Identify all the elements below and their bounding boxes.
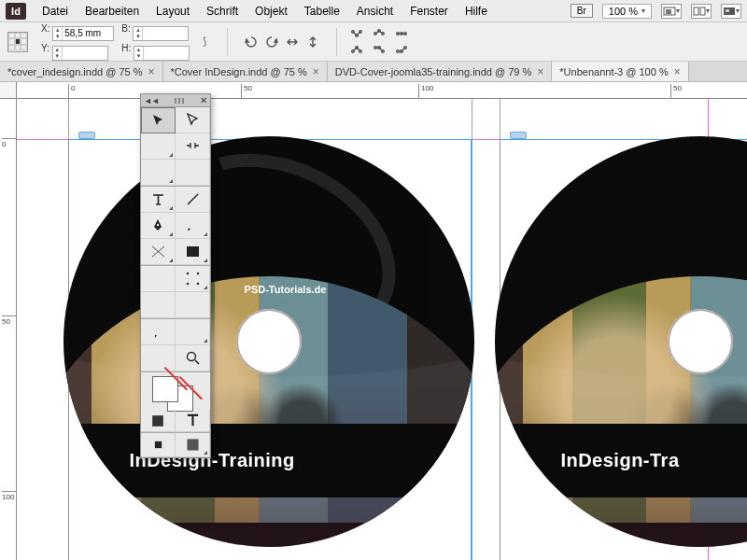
menu-ansicht[interactable]: Ansicht xyxy=(348,5,402,18)
hand-tool[interactable] xyxy=(141,345,176,371)
workspace-button[interactable]: ▾ xyxy=(721,4,741,19)
y-label: Y: xyxy=(41,43,49,53)
x-label: X: xyxy=(41,23,49,34)
transform-icons xyxy=(241,33,323,51)
pen-tool[interactable] xyxy=(141,213,176,239)
disc-hole xyxy=(668,309,733,374)
fill-swatch[interactable] xyxy=(152,376,178,402)
doc-tab-2[interactable]: *Cover InDesign.indd @ 75 %× xyxy=(163,62,328,81)
menu-objekt[interactable]: Objekt xyxy=(247,5,296,18)
svg-point-33 xyxy=(186,273,189,275)
doc-tab-3[interactable]: DVD-Cover-joomla35-training.indd @ 79 %× xyxy=(328,62,553,81)
page-tool[interactable] xyxy=(141,133,176,160)
align-icon-4[interactable] xyxy=(350,43,367,56)
view-mode-normal[interactable] xyxy=(141,433,176,457)
constrain-proportions-icon[interactable]: ⟆ xyxy=(203,35,214,48)
align-icon-3[interactable] xyxy=(395,27,412,40)
menu-datei[interactable]: Datei xyxy=(34,5,77,18)
doc-tab-4[interactable]: *Unbenannt-3 @ 100 %× xyxy=(552,62,688,81)
rotate-ccw-icon[interactable] xyxy=(241,33,261,51)
menu-hilfe[interactable]: Hilfe xyxy=(457,5,496,18)
flip-v-icon[interactable] xyxy=(303,33,323,51)
w-field[interactable]: ▲▼ xyxy=(133,26,189,41)
ruler-origin[interactable] xyxy=(0,82,17,99)
gradient-feather-tool[interactable] xyxy=(176,292,210,318)
svg-point-34 xyxy=(196,273,199,275)
type-tool[interactable] xyxy=(141,187,176,213)
collapse-icon[interactable]: ◄◄ xyxy=(144,96,159,105)
scissors-tool[interactable] xyxy=(141,266,176,292)
rectangle-tool[interactable] xyxy=(176,239,210,265)
doc-tab-1[interactable]: *cover_indesign.indd @ 75 %× xyxy=(0,62,163,81)
y-field[interactable]: ▲▼ xyxy=(52,46,108,61)
menu-bearbeiten[interactable]: Bearbeiten xyxy=(77,5,148,18)
apply-container-button[interactable] xyxy=(141,410,176,432)
y-input[interactable] xyxy=(63,47,107,60)
arrange-docs-button[interactable]: ▾ xyxy=(691,4,712,19)
svg-rect-39 xyxy=(187,301,199,309)
content-placer-tool[interactable] xyxy=(176,160,210,186)
free-transform-tool[interactable] xyxy=(176,266,210,292)
tools-panel[interactable]: ◄◄ ✕ xyxy=(140,93,211,458)
menu-schrift[interactable]: Schrift xyxy=(198,5,247,18)
h-input[interactable] xyxy=(144,47,189,60)
ruler-tick: 50 xyxy=(670,84,682,99)
flip-h-icon[interactable] xyxy=(282,33,303,51)
reference-point[interactable] xyxy=(7,32,28,52)
apply-text-button[interactable] xyxy=(176,410,210,432)
close-icon[interactable]: × xyxy=(313,65,319,78)
fill-stroke-swatch[interactable] xyxy=(141,372,210,410)
selection-tool[interactable] xyxy=(141,107,176,133)
x-field[interactable]: ▲▼ xyxy=(52,26,114,41)
eyedropper-tool[interactable] xyxy=(176,319,210,345)
svg-rect-37 xyxy=(152,301,164,309)
menu-bar: Id Datei Bearbeiten Layout Schrift Objek… xyxy=(0,0,747,22)
x-input[interactable] xyxy=(63,27,113,40)
canvas[interactable]: PSD-Tutorials.de InDesign-Training InDes… xyxy=(17,99,747,560)
svg-rect-2 xyxy=(694,7,698,15)
gap-tool[interactable] xyxy=(176,133,210,160)
divider xyxy=(227,28,228,56)
align-icon-2[interactable] xyxy=(373,27,389,40)
close-icon[interactable]: × xyxy=(148,65,154,78)
vertical-ruler[interactable]: 0 50 100 xyxy=(0,99,17,560)
rotate-cw-icon[interactable] xyxy=(261,33,282,51)
menu-tabelle[interactable]: Tabelle xyxy=(296,5,348,18)
ruler-tick: 50 xyxy=(241,84,252,99)
content-collector-tool[interactable] xyxy=(141,160,176,186)
view-mode-preview[interactable] xyxy=(176,433,210,457)
divider xyxy=(336,28,337,56)
align-icon-5[interactable] xyxy=(373,43,389,56)
document-tabs: *cover_indesign.indd @ 75 %× *Cover InDe… xyxy=(0,62,747,82)
align-icon-6[interactable] xyxy=(395,43,412,56)
close-icon[interactable]: ✕ xyxy=(200,95,207,105)
close-icon[interactable]: × xyxy=(537,65,543,78)
pencil-tool[interactable] xyxy=(176,213,210,239)
svg-rect-5 xyxy=(726,9,729,12)
h-field[interactable]: ▲▼ xyxy=(134,46,190,61)
menu-fenster[interactable]: Fenster xyxy=(402,5,457,18)
bridge-button[interactable]: Br xyxy=(571,4,593,18)
menu-layout[interactable]: Layout xyxy=(148,5,198,18)
close-icon[interactable]: × xyxy=(674,65,681,78)
w-label: B: xyxy=(121,23,130,34)
horizontal-ruler[interactable]: 0 50 100 50 xyxy=(17,82,747,99)
svg-rect-43 xyxy=(154,441,161,448)
w-input[interactable] xyxy=(143,27,188,40)
zoom-tool[interactable] xyxy=(176,345,210,371)
screen-mode-button[interactable]: ▾ xyxy=(661,4,682,19)
line-tool[interactable] xyxy=(176,187,210,213)
disc-title-band: InDesign-Training xyxy=(63,424,474,497)
ruler-tick: 100 xyxy=(2,491,17,501)
gradient-swatch-tool[interactable] xyxy=(141,292,176,318)
control-bar: X: ▲▼ B: ▲▼ Y: ▲▼ H: ▲▼ ⟆ xyxy=(0,22,747,62)
svg-point-41 xyxy=(187,353,195,361)
note-tool[interactable] xyxy=(141,319,176,345)
rectangle-frame-tool[interactable] xyxy=(141,239,176,265)
align-icon-1[interactable] xyxy=(350,27,367,40)
dvd-label-1[interactable]: PSD-Tutorials.de InDesign-Training xyxy=(63,136,474,547)
tools-panel-header[interactable]: ◄◄ ✕ xyxy=(141,94,210,107)
zoom-level[interactable]: 100 % ▾ xyxy=(602,4,652,19)
page-indicator-icon xyxy=(510,132,527,139)
direct-selection-tool[interactable] xyxy=(176,107,210,133)
